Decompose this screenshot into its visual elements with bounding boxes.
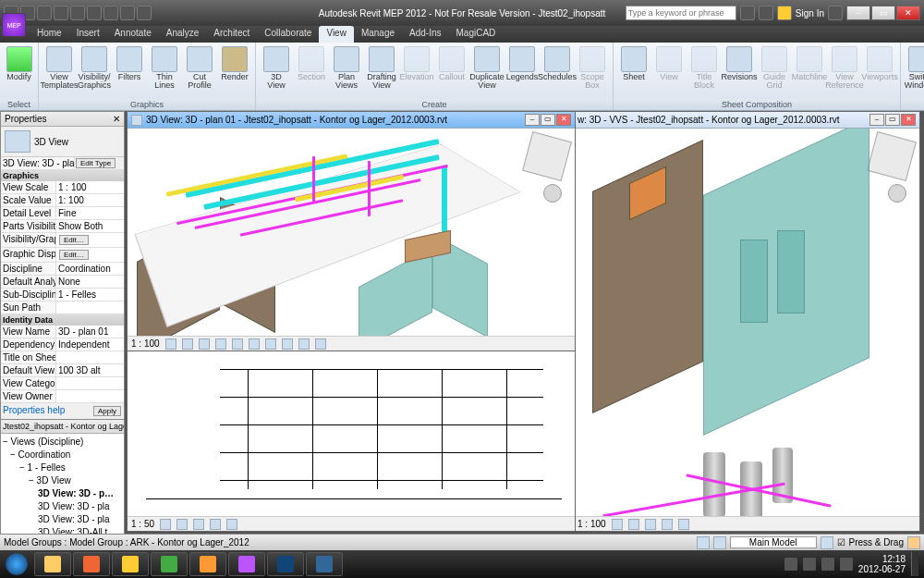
qat-3d-icon[interactable]	[120, 6, 135, 20]
tree-item[interactable]: − Views (Discipline)	[3, 436, 122, 449]
filter-icon[interactable]	[907, 536, 920, 549]
3d-view-button[interactable]: 3D View	[260, 44, 293, 92]
modify-button[interactable]: Modify	[4, 44, 34, 83]
tab-magicad[interactable]: MagiCAD	[449, 26, 504, 43]
qat-wizard-icon[interactable]	[137, 6, 152, 20]
property-row[interactable]: Title on Sheet	[1, 351, 124, 364]
schedules-button[interactable]: Schedules	[541, 44, 574, 83]
thin-lines-button[interactable]: Thin Lines	[148, 44, 181, 92]
task-explorer[interactable]	[34, 552, 71, 576]
qat-sync-icon[interactable]	[103, 6, 118, 20]
tab-annotate[interactable]: Annotate	[107, 26, 159, 43]
vp-max-icon[interactable]: ▭	[885, 114, 900, 126]
crop-icon[interactable]	[662, 519, 673, 530]
exclude-options-icon[interactable]	[821, 536, 833, 549]
reveal-hidden-icon[interactable]	[315, 338, 326, 350]
cut-profile-button[interactable]: Cut Profile	[183, 44, 216, 92]
press-drag-toggle[interactable]: Press & Drag	[849, 537, 904, 547]
properties-close-icon[interactable]: ✕	[113, 114, 120, 124]
start-button[interactable]	[0, 550, 33, 578]
clock-time[interactable]: 12:18	[858, 554, 906, 564]
property-row[interactable]: Scale Value1: 100	[1, 194, 124, 207]
viewcube-icon[interactable]	[522, 131, 572, 181]
worksets-icon[interactable]	[697, 536, 710, 549]
matchline-button[interactable]: Matchline	[793, 44, 826, 83]
property-row[interactable]: DisciplineCoordination	[1, 263, 124, 276]
property-row[interactable]: Default Analy…None	[1, 276, 124, 289]
duplicate-view-button[interactable]: Duplicate View	[470, 44, 504, 92]
viewport-canvas[interactable]	[128, 350, 575, 516]
property-row[interactable]: View Scale1 : 100	[1, 181, 124, 194]
identity-section-header[interactable]: Identity Data	[1, 314, 124, 326]
rendering-icon[interactable]	[232, 338, 243, 350]
tree-item[interactable]: − 1 - Felles	[3, 461, 122, 474]
title-block-button[interactable]: Title Block	[687, 44, 721, 92]
sun-path-icon[interactable]	[193, 519, 204, 530]
nav-wheel-icon[interactable]	[543, 184, 562, 203]
graphics-section-header[interactable]: Graphics	[1, 170, 124, 181]
subscription-icon[interactable]	[759, 6, 773, 20]
switch-windows-button[interactable]: Switch Windows	[905, 44, 924, 92]
render-button[interactable]: Render	[218, 44, 251, 83]
nav-wheel-icon[interactable]	[888, 184, 906, 203]
task-photoshop[interactable]	[267, 552, 304, 576]
view-reference-button[interactable]: View Reference	[828, 44, 861, 92]
scale-button[interactable]: 1 : 100	[578, 519, 606, 529]
show-desktop-button[interactable]	[911, 552, 918, 576]
scale-button[interactable]: 1 : 50	[131, 519, 154, 529]
tab-home[interactable]: Home	[30, 26, 69, 43]
property-row[interactable]: Visibility/Grap…Edit…	[1, 233, 124, 248]
property-row[interactable]: Sub-Discipline1 - Felles	[1, 289, 124, 301]
viewports-button[interactable]: Viewports	[863, 44, 896, 83]
qat-redo-icon[interactable]	[54, 6, 68, 20]
edit-button[interactable]: Edit…	[59, 235, 89, 245]
design-options-select[interactable]: Main Model	[730, 536, 817, 548]
app-menu-orb[interactable]: MEP	[2, 13, 26, 37]
tree-item[interactable]: 3D View: 3D - pla	[3, 500, 122, 513]
tree-item[interactable]: − 3D View	[3, 474, 122, 487]
unlock-3d-icon[interactable]	[282, 338, 293, 350]
revisions-button[interactable]: Revisions	[723, 44, 756, 83]
qat-measure-icon[interactable]	[87, 6, 102, 20]
viewport-title-bar[interactable]: w: 3D - VVS - Jtest02_ihopsatt - Kontor …	[574, 112, 919, 129]
vp-min-icon[interactable]: –	[525, 114, 540, 126]
vp-min-icon[interactable]: –	[869, 114, 884, 126]
tray-volume-icon[interactable]	[840, 558, 853, 571]
tray-network-icon[interactable]	[821, 558, 834, 571]
tree-item[interactable]: 3D View: 3D - pla	[3, 513, 122, 526]
editable-only-icon[interactable]	[713, 536, 726, 549]
vp-close-icon[interactable]: ✕	[556, 114, 571, 126]
tab-collaborate[interactable]: Collaborate	[257, 26, 319, 43]
scale-button[interactable]: 1 : 100	[131, 338, 160, 349]
type-selector[interactable]: 3D View	[1, 127, 124, 157]
viewport-title-bar[interactable]: 3D View: 3D - plan 01 - Jtest02_ihopsatt…	[128, 112, 575, 129]
property-row[interactable]: Parts VisibilityShow Both	[1, 220, 124, 233]
property-row[interactable]: View Category	[1, 377, 124, 390]
sun-path-icon[interactable]	[628, 519, 639, 530]
viewcube-icon[interactable]	[867, 131, 917, 181]
property-row[interactable]: Sun Path	[1, 301, 124, 314]
sheet-button[interactable]: Sheet	[617, 44, 650, 83]
help-search-input[interactable]	[626, 6, 736, 20]
model-graphics-icon[interactable]	[612, 519, 623, 530]
crop-view-icon[interactable]	[249, 338, 260, 350]
tab-insert[interactable]: Insert	[69, 26, 107, 43]
tab-view[interactable]: View	[319, 26, 354, 43]
edit-button[interactable]: Edit…	[59, 250, 89, 260]
window-close-button[interactable]: ✕	[896, 6, 920, 20]
callout-button[interactable]: Callout	[435, 44, 468, 83]
guide-grid-button[interactable]: Guide Grid	[758, 44, 791, 92]
tab-analyze[interactable]: Analyze	[159, 26, 207, 43]
visual-style-icon[interactable]	[176, 519, 188, 530]
sign-in-button[interactable]: Sign In	[796, 8, 824, 18]
place-view-button[interactable]: View	[652, 44, 686, 83]
tab-manage[interactable]: Manage	[354, 26, 402, 43]
vp-max-icon[interactable]: ▭	[541, 114, 555, 126]
task-outlook[interactable]	[112, 552, 149, 576]
shadows-icon[interactable]	[210, 519, 221, 530]
temp-hide-icon[interactable]	[298, 338, 310, 350]
shadows-icon[interactable]	[215, 338, 226, 350]
crop-region-icon[interactable]	[265, 338, 276, 350]
view-templates-button[interactable]: View Templates	[43, 44, 76, 92]
task-app[interactable]	[228, 552, 265, 576]
